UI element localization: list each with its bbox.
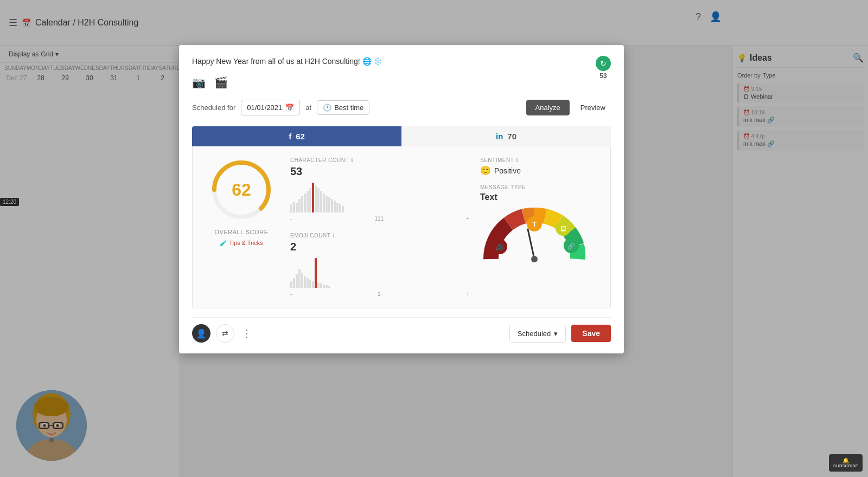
- chart-bar: [339, 204, 341, 212]
- emoji-count-section: EMOJI COUNT ℹ 2: [290, 233, 469, 297]
- sentiment-info-icon[interactable]: ℹ: [516, 157, 519, 163]
- svg-text:🎥: 🎥: [496, 243, 504, 251]
- refresh-icon[interactable]: ↻: [596, 56, 611, 71]
- svg-point-24: [531, 256, 538, 262]
- emoji-info-icon[interactable]: ℹ: [333, 233, 335, 238]
- message-type-section: MESSAGE TYPE Text: [480, 184, 599, 202]
- schedule-row: Scheduled for 01/01/2021 📅 at 🕐 Best tim…: [192, 100, 611, 115]
- chart-bar: [293, 278, 295, 288]
- linkedin-score: 70: [507, 132, 516, 141]
- chart-bar: [301, 273, 303, 288]
- character-count-header: CHARACTER COUNT ℹ: [290, 157, 469, 163]
- char-count-chart: [290, 180, 469, 212]
- message-type-value: Text: [480, 192, 599, 202]
- emoji-count-header: EMOJI COUNT ℹ: [290, 233, 469, 238]
- facebook-score: 62: [296, 132, 305, 141]
- svg-text:🖼: 🖼: [560, 225, 566, 232]
- chart-bar: [304, 276, 306, 288]
- emoji-axis-min: -: [290, 291, 292, 297]
- more-options-button[interactable]: ⋮: [240, 327, 254, 339]
- chart-bar: [320, 191, 322, 212]
- svg-text:🔗: 🔗: [567, 242, 575, 250]
- char-axis: - 111 +: [290, 216, 469, 222]
- tips-tricks-link[interactable]: 🧪 Tips & Tricks: [220, 240, 263, 247]
- modal-message[interactable]: Happy New Year from all of us at H2H Con…: [192, 56, 611, 67]
- preview-button[interactable]: Preview: [575, 100, 611, 115]
- media-icons: 📷 🎬: [192, 76, 611, 89]
- save-button[interactable]: Save: [571, 325, 611, 342]
- analysis-panel: 62 OVERALL SCORE 🧪 Tips & Tricks CHARACT…: [192, 146, 611, 308]
- best-time-label: Best time: [334, 104, 363, 112]
- sentiment-value: 🙂 Positive: [480, 165, 599, 176]
- date-input[interactable]: 01/01/2021 📅: [241, 100, 300, 115]
- camera-icon[interactable]: 📷: [192, 76, 206, 89]
- score-tabs: f 62 in 70: [192, 126, 611, 146]
- chart-bar: [290, 204, 292, 212]
- bell-icon: 🔔: [843, 457, 849, 463]
- scheduled-label: Scheduled: [518, 330, 551, 338]
- tab-facebook[interactable]: f 62: [192, 126, 401, 146]
- linkedin-icon: in: [496, 132, 503, 141]
- sentiment-label: SENTIMENT ℹ: [480, 157, 599, 163]
- chart-bar: [328, 197, 330, 212]
- smile-icon: 🙂: [480, 165, 491, 176]
- tab-linkedin[interactable]: in 70: [401, 126, 611, 146]
- metrics-col: CHARACTER COUNT ℹ 53: [290, 157, 469, 297]
- chart-bar: [315, 185, 317, 212]
- chart-bar: [328, 286, 330, 288]
- chart-bar: [323, 285, 325, 288]
- shuffle-button[interactable]: ⇄: [216, 324, 234, 343]
- message-type-label: MESSAGE TYPE: [480, 184, 599, 190]
- chart-bar-active: [312, 183, 314, 212]
- char-axis-max: +: [466, 216, 469, 222]
- chart-bar: [317, 282, 320, 288]
- svg-line-23: [528, 229, 534, 259]
- chart-bar: [296, 274, 298, 288]
- chart-bar: [326, 285, 328, 288]
- modal-footer: 👤 ⇄ ⋮ Scheduled ▾ Save: [192, 317, 611, 343]
- right-metrics-col: SENTIMENT ℹ 🙂 Positive MESSAGE TYPE Text: [480, 157, 599, 297]
- emoji-chart: [290, 255, 469, 288]
- date-value: 01/01/2021: [247, 104, 282, 112]
- chart-bar: [317, 188, 320, 212]
- chart-bar: [312, 281, 314, 288]
- subscribe-badge[interactable]: 🔔 SUBSCRIBE: [829, 454, 863, 472]
- footer-avatar[interactable]: 👤: [192, 324, 210, 343]
- scheduled-dropdown[interactable]: Scheduled ▾: [509, 325, 566, 343]
- overall-score-value: 62: [232, 180, 251, 200]
- chart-bar: [309, 280, 311, 288]
- emoji-count-value: 2: [290, 241, 469, 253]
- best-time-selector[interactable]: 🕐 Best time: [317, 100, 369, 115]
- char-info-icon[interactable]: ℹ: [351, 157, 354, 163]
- sentiment-section: SENTIMENT ℹ 🙂 Positive: [480, 157, 599, 176]
- video-icon[interactable]: 🎬: [214, 76, 228, 89]
- chart-bar: [296, 203, 298, 212]
- char-count-badge: ↻ 53: [596, 56, 611, 80]
- overall-score-label: OVERALL SCORE: [214, 229, 268, 235]
- character-count-section: CHARACTER COUNT ℹ 53: [290, 157, 469, 222]
- overall-score-section: 62 OVERALL SCORE 🧪 Tips & Tricks: [203, 157, 279, 297]
- character-count-value: 53: [290, 165, 469, 178]
- clock-icon: 🕐: [323, 104, 331, 112]
- chart-bar: [336, 203, 339, 212]
- chart-bar: [301, 196, 303, 212]
- calendar-icon: 📅: [285, 104, 294, 112]
- chart-bar: [320, 283, 322, 288]
- gauge-svg: 🎥 T 🖼 🔗: [480, 208, 589, 267]
- emoji-axis-mid: 1: [378, 291, 381, 297]
- char-number: 53: [599, 72, 607, 80]
- scheduled-for-label: Scheduled for: [192, 104, 235, 112]
- chart-bar: [334, 201, 336, 212]
- score-circle: 62: [209, 157, 274, 222]
- chart-bar: [323, 194, 325, 212]
- svg-text:T: T: [532, 220, 537, 228]
- at-label: at: [305, 104, 311, 112]
- chart-bar: [342, 206, 344, 212]
- analyze-button[interactable]: Analyze: [526, 100, 570, 115]
- chart-bar: [307, 191, 309, 212]
- chart-bar: [307, 278, 309, 288]
- emoji-axis-max: +: [466, 291, 469, 297]
- char-axis-mid: 111: [374, 216, 384, 222]
- modal-dialog: Happy New Year from all of us at H2H Con…: [179, 45, 624, 353]
- chart-bar: [298, 199, 301, 212]
